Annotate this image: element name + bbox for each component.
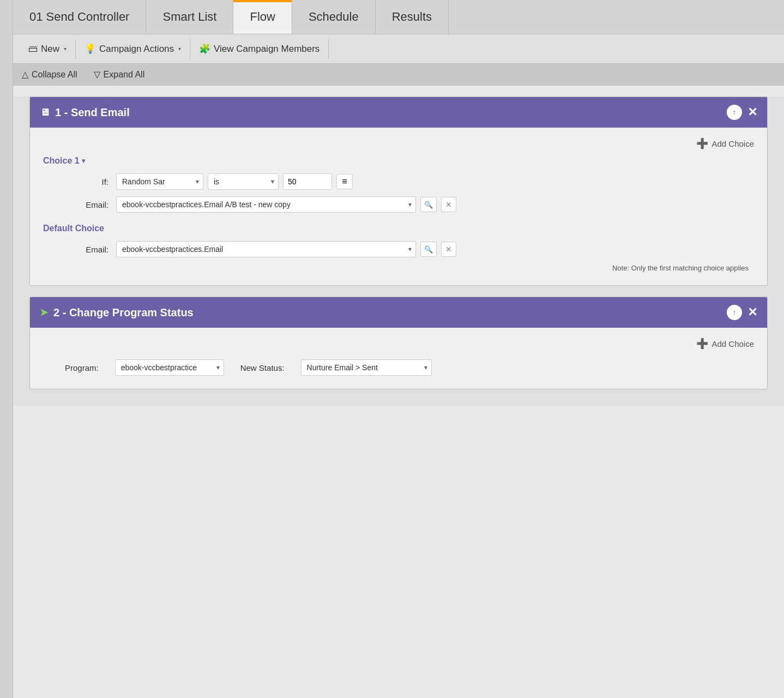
expand-all-button[interactable]: ▽ Expand All [94,69,145,80]
program-select[interactable]: ebook-vccbestpractice [115,359,224,376]
default-email-wrapper: ebook-vccbestpractices.Email [116,241,416,257]
choice-1-email-search-button[interactable]: 🔍 [420,197,437,212]
view-members-icon: 🧩 [199,43,210,55]
flow-step-1-header: 🖥 1 - Send Email ↑ ✕ [30,97,767,128]
choice-1-email-remove-button[interactable]: ✕ [441,197,456,212]
tab-schedule[interactable]: Schedule [292,0,376,34]
new-status-label: New Status: [240,363,285,372]
default-choice-label: Default Choice [43,224,754,233]
add-choice-icon: ➕ [696,137,708,149]
condition-op-wrapper: is [208,173,279,190]
new-chevron-icon: ▾ [64,46,67,52]
flow-canvas: 🖥 1 - Send Email ↑ ✕ ➕ Add Choice [13,97,784,406]
add-choice-button-2[interactable]: ➕ Add Choice [696,338,754,350]
new-status-select[interactable]: Nurture Email > Sent [301,359,432,376]
program-status-row: Program: ebook-vccbestpractice New Statu… [43,359,754,376]
flow-step-2-title: ➤ 2 - Change Program Status [40,306,194,319]
view-members-button[interactable]: 🧩 View Campaign Members [190,39,329,59]
flow-step-1: 🖥 1 - Send Email ↑ ✕ ➕ Add Choice [29,97,768,286]
move-up-button-step2[interactable]: ↑ [727,305,742,320]
flow-step-1-body: ➕ Add Choice Choice 1 ▾ If: Random Sar [30,128,767,285]
condition-value-input[interactable] [283,173,332,190]
list-icon: ≡ [342,177,347,186]
flow-step-2-body: ➕ Add Choice Program: ebook-vccbestpract… [30,328,767,389]
add-choice-row-2: ➕ Add Choice [43,338,754,350]
tab-send-controller[interactable]: 01 Send Controller [13,0,146,34]
new-button[interactable]: 🗃 New ▾ [20,39,76,59]
collapse-icon: △ [22,69,28,80]
add-choice-icon-2: ➕ [696,338,708,350]
choice-1-if-row: If: Random Sar is ≡ [43,173,754,190]
remove-step2-button[interactable]: ✕ [747,306,757,318]
add-choice-button-1[interactable]: ➕ Add Choice [696,137,754,149]
expand-icon: ▽ [94,69,100,80]
tab-results[interactable]: Results [376,0,449,34]
matching-choice-note: Note: Only the first matching choice app… [43,264,754,272]
tab-flow[interactable]: Flow [233,0,292,34]
collapse-expand-bar: △ Collapse All ▽ Expand All [13,64,784,86]
flow-step-1-actions: ↑ ✕ [727,105,757,120]
campaign-actions-icon: 💡 [85,43,96,55]
tab-bar: 01 Send Controller Smart List Flow Sched… [13,0,784,34]
campaign-actions-chevron-icon: ▾ [178,46,181,52]
new-icon: 🗃 [28,44,38,55]
flow-step-2: ➤ 2 - Change Program Status ↑ ✕ ➕ Add Ch… [29,297,768,389]
condition-op-select[interactable]: is [208,173,279,190]
choice-1-email-select[interactable]: ebook-vccbestpractices.Email A/B test - … [116,196,416,213]
default-email-remove-button[interactable]: ✕ [441,242,456,257]
remove-step1-button[interactable]: ✕ [747,106,757,118]
toolbar: 🗃 New ▾ 💡 Campaign Actions ▾ 🧩 View Camp… [13,34,784,64]
campaign-actions-button[interactable]: 💡 Campaign Actions ▾ [76,39,190,59]
search-icon: 🔍 [424,201,433,209]
flow-step-1-title: 🖥 1 - Send Email [40,106,130,119]
choice-1-email-wrapper: ebook-vccbestpractices.Email A/B test - … [116,196,416,213]
left-panel [0,0,13,698]
flow-step-2-actions: ↑ ✕ [727,305,757,320]
send-email-icon: 🖥 [40,107,50,118]
remove-icon: ✕ [445,200,452,209]
move-up-button-step1[interactable]: ↑ [727,105,742,120]
new-status-wrapper: Nurture Email > Sent [301,359,432,376]
default-email-search-button[interactable]: 🔍 [420,242,437,257]
condition-list-icon[interactable]: ≡ [336,174,353,189]
default-choice-email-row: Email: ebook-vccbestpractices.Email 🔍 ✕ [43,241,754,257]
program-label: Program: [65,363,99,372]
choice-1-label[interactable]: Choice 1 ▾ [43,156,754,166]
remove-icon-2: ✕ [445,245,452,254]
change-status-icon: ➤ [40,306,48,318]
collapse-all-button[interactable]: △ Collapse All [22,69,77,80]
choice-1-chevron-icon: ▾ [82,157,85,165]
condition-field-select[interactable]: Random Sar [116,173,203,190]
default-email-select[interactable]: ebook-vccbestpractices.Email [116,241,416,257]
choice-1-email-row: Email: ebook-vccbestpractices.Email A/B … [43,196,754,213]
condition-field-wrapper: Random Sar [116,173,203,190]
tab-smart-list[interactable]: Smart List [146,0,233,34]
flow-step-2-header: ➤ 2 - Change Program Status ↑ ✕ [30,297,767,328]
add-choice-row-1: ➕ Add Choice [43,137,754,149]
program-wrapper: ebook-vccbestpractice [115,359,224,376]
search-icon-2: 🔍 [424,245,433,254]
